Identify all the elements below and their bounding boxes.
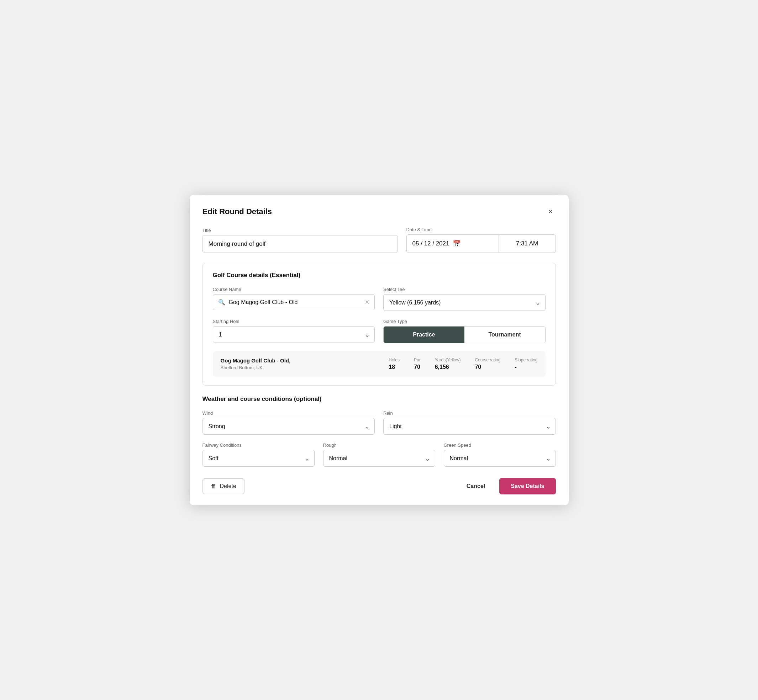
yards-stat: Yards(Yellow) 6,156 [435, 358, 461, 370]
delete-label: Delete [220, 483, 236, 489]
holes-label: Holes [388, 358, 399, 362]
select-tee-wrap: Yellow (6,156 yards) ⌄ [383, 294, 545, 311]
wind-select-wrap: Strong None Light Moderate ⌄ [202, 418, 375, 434]
course-name-info: Gog Magog Golf Club - Old, Shelford Bott… [221, 358, 375, 370]
green-speed-group: Green Speed Normal Slow Fast ⌄ [444, 442, 556, 467]
modal-header: Edit Round Details × [202, 206, 556, 217]
fairway-select[interactable]: Soft Normal Firm [202, 450, 315, 467]
game-type-group: Game Type Practice Tournament [383, 319, 545, 343]
game-type-label: Game Type [383, 319, 545, 324]
search-icon: 🔍 [218, 299, 225, 306]
course-info-location: Shelford Bottom, UK [221, 365, 375, 370]
course-rating-label: Course rating [475, 358, 500, 362]
trash-icon: 🗑 [211, 483, 216, 489]
title-label: Title [202, 228, 398, 233]
holes-stat: Holes 18 [388, 358, 399, 370]
course-tee-row: Course Name 🔍 ✕ Select Tee Yellow (6,156… [213, 287, 545, 311]
rain-group: Rain Light None Moderate Heavy ⌄ [383, 411, 556, 434]
select-tee-field[interactable]: Yellow (6,156 yards) [383, 294, 545, 311]
course-rating-value: 70 [475, 364, 481, 370]
slope-rating-stat: Slope rating - [515, 358, 537, 370]
rain-label: Rain [383, 411, 556, 416]
footer-right: Cancel Save Details [459, 478, 556, 494]
top-row: Title Date & Time 05 / 12 / 2021 📅 7:31 … [202, 227, 556, 253]
starting-hole-label: Starting Hole [213, 319, 375, 324]
course-name-input[interactable] [229, 299, 362, 306]
green-speed-select-wrap: Normal Slow Fast ⌄ [444, 450, 556, 467]
course-rating-stat: Course rating 70 [475, 358, 500, 370]
select-tee-label: Select Tee [383, 287, 545, 292]
course-name-group: Course Name 🔍 ✕ [213, 287, 375, 311]
par-label: Par [414, 358, 421, 362]
fairway-select-wrap: Soft Normal Firm ⌄ [202, 450, 315, 467]
golf-course-section-title: Golf Course details (Essential) [213, 272, 545, 279]
slope-rating-value: - [515, 364, 516, 370]
footer-row: 🗑 Delete Cancel Save Details [202, 475, 556, 494]
course-info-name: Gog Magog Golf Club - Old, [221, 358, 375, 364]
fairway-rough-green-row: Fairway Conditions Soft Normal Firm ⌄ Ro… [202, 442, 556, 467]
modal-title: Edit Round Details [202, 207, 272, 216]
rain-select-wrap: Light None Moderate Heavy ⌄ [383, 418, 556, 434]
starting-hole-wrap: 1 ⌄ [213, 326, 375, 343]
datetime-fields: 05 / 12 / 2021 📅 7:31 AM [406, 234, 556, 253]
yards-value: 6,156 [435, 364, 449, 370]
holes-value: 18 [388, 364, 395, 370]
weather-section: Weather and course conditions (optional)… [202, 395, 556, 467]
clear-icon[interactable]: ✕ [365, 299, 370, 306]
starting-hole-field[interactable]: 1 [213, 326, 375, 343]
calendar-icon: 📅 [453, 240, 460, 248]
course-name-input-wrap[interactable]: 🔍 ✕ [213, 294, 375, 310]
rough-select-wrap: Normal Short Long ⌄ [323, 450, 435, 467]
slope-rating-label: Slope rating [515, 358, 537, 362]
rough-select[interactable]: Normal Short Long [323, 450, 435, 467]
par-value: 70 [414, 364, 420, 370]
yards-label: Yards(Yellow) [435, 358, 461, 362]
course-name-label: Course Name [213, 287, 375, 292]
wind-label: Wind [202, 411, 375, 416]
game-type-toggle: Practice Tournament [383, 326, 545, 343]
fairway-group: Fairway Conditions Soft Normal Firm ⌄ [202, 442, 315, 467]
close-button[interactable]: × [545, 206, 556, 217]
save-details-button[interactable]: Save Details [499, 478, 556, 494]
golf-course-section: Golf Course details (Essential) Course N… [202, 263, 556, 386]
weather-section-title: Weather and course conditions (optional) [202, 395, 556, 403]
delete-button[interactable]: 🗑 Delete [202, 478, 244, 494]
fairway-label: Fairway Conditions [202, 442, 315, 448]
green-speed-select[interactable]: Normal Slow Fast [444, 450, 556, 467]
select-tee-group: Select Tee Yellow (6,156 yards) ⌄ [383, 287, 545, 311]
title-field-group: Title [202, 228, 398, 253]
date-value: 05 / 12 / 2021 [412, 240, 449, 247]
par-stat: Par 70 [414, 358, 421, 370]
green-speed-label: Green Speed [444, 442, 556, 448]
course-info-box: Gog Magog Golf Club - Old, Shelford Bott… [213, 351, 545, 377]
cancel-button[interactable]: Cancel [459, 479, 492, 494]
time-value: 7:31 AM [516, 240, 538, 247]
time-input[interactable]: 7:31 AM [499, 234, 556, 253]
title-input[interactable] [202, 235, 398, 253]
wind-rain-row: Wind Strong None Light Moderate ⌄ Rain L… [202, 411, 556, 434]
rough-label: Rough [323, 442, 435, 448]
wind-group: Wind Strong None Light Moderate ⌄ [202, 411, 375, 434]
date-input[interactable]: 05 / 12 / 2021 📅 [406, 234, 499, 253]
practice-toggle-button[interactable]: Practice [384, 327, 464, 343]
rain-select[interactable]: Light None Moderate Heavy [383, 418, 556, 434]
datetime-field-group: Date & Time 05 / 12 / 2021 📅 7:31 AM [406, 227, 556, 253]
hole-gametype-row: Starting Hole 1 ⌄ Game Type Practice Tou… [213, 319, 545, 343]
wind-select[interactable]: Strong None Light Moderate [202, 418, 375, 434]
tournament-toggle-button[interactable]: Tournament [464, 327, 545, 343]
rough-group: Rough Normal Short Long ⌄ [323, 442, 435, 467]
datetime-label: Date & Time [406, 227, 556, 232]
edit-round-modal: Edit Round Details × Title Date & Time 0… [190, 195, 568, 505]
starting-hole-group: Starting Hole 1 ⌄ [213, 319, 375, 343]
